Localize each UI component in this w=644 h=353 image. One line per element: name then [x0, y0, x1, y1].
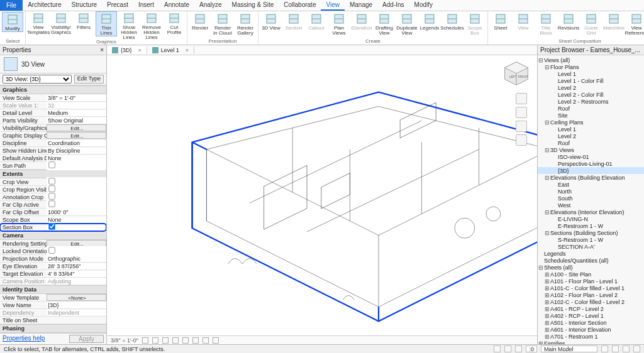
prop-discipline[interactable]: DisciplineCoordination — [0, 139, 106, 147]
prop-farclipoffset[interactable]: Far Clip Offset1000' 0" — [0, 209, 106, 216]
select-pinned-icon[interactable] — [515, 345, 522, 352]
tree-node[interactable]: ⊞A402 - RCP - Level 1 — [538, 312, 644, 319]
menu-item-modify[interactable]: Modify — [409, 0, 438, 11]
menu-item-manage[interactable]: Manage — [345, 0, 377, 11]
tree-node[interactable]: Legends — [538, 250, 644, 257]
pan-icon[interactable] — [516, 107, 527, 118]
tree-node[interactable]: ⊞A102 - Floor Plan - Level 2 — [538, 291, 644, 298]
ribbon-viewtemplates-button[interactable]: View Templates — [28, 11, 49, 35]
tree-node[interactable]: ⊞A101 - Floor Plan - Level 1 — [538, 278, 644, 285]
tree-node[interactable]: {3D} — [538, 167, 644, 174]
orbit-icon[interactable] — [516, 134, 527, 146]
properties-help-link[interactable]: Properties help — [3, 335, 45, 343]
edit-type-button[interactable]: Edit Type — [74, 75, 104, 84]
visual-style-icon[interactable] — [152, 337, 158, 344]
ribbon-rendergallery-button[interactable]: Render Gallery — [235, 12, 256, 36]
ribbon-draftingview-button[interactable]: Drafting View — [374, 12, 395, 36]
tree-node[interactable]: E-Restroom 1 - W — [538, 222, 644, 229]
ribbon-schedules-button[interactable]: Schedules — [441, 12, 463, 31]
view-tab-3d[interactable]: {3D}× — [107, 46, 147, 54]
sync-icon[interactable] — [633, 345, 640, 352]
tree-node[interactable]: ⊟Views (all) — [538, 57, 644, 63]
menu-item-structure[interactable]: Structure — [66, 0, 102, 11]
ribbon-planviews-button[interactable]: Plan Views — [328, 12, 350, 36]
prop-cameraposition[interactable]: Camera PositionAdjusting — [0, 278, 106, 285]
crop-icon[interactable] — [192, 337, 199, 344]
ribbon-render-button[interactable]: Render — [189, 12, 211, 31]
tree-node[interactable]: North — [538, 188, 644, 195]
close-icon[interactable]: × — [100, 46, 104, 53]
3d-model[interactable] — [164, 67, 537, 335]
ribbon-visibilitygraphics-button[interactable]: Visibility/ Graphics — [50, 11, 72, 35]
prop-visibilitygraphicsoverr[interactable]: Visibility/Graphics Overr...Edit... — [0, 124, 106, 132]
reveal-icon[interactable] — [213, 337, 219, 344]
ribbon-removehiddenlines-button[interactable]: Remove Hidden Lines — [141, 11, 162, 40]
sun-path-icon[interactable] — [162, 337, 169, 344]
ribbon-duplicateview-button[interactable]: Duplicate View — [396, 12, 418, 36]
tree-twisty-icon[interactable]: ⊞ — [544, 292, 550, 298]
prop-scalevalue[interactable]: Scale Value 1:32 — [0, 102, 106, 109]
ribbon-sheet-button[interactable]: Sheet — [490, 12, 511, 31]
prop-eyeelevation[interactable]: Eye Elevation28' 3 87/256" — [0, 263, 106, 270]
prop-sectionbox[interactable]: Section Box — [0, 224, 106, 231]
ribbon-dview-button[interactable]: 3D View — [260, 12, 282, 31]
tree-node[interactable]: S-Restroom 1 - W — [538, 236, 644, 243]
tree-twisty-icon[interactable]: ⊞ — [544, 313, 550, 319]
3d-canvas[interactable]: LEFT FRONT — [107, 55, 537, 335]
tree-twisty-icon[interactable]: ⊞ — [544, 299, 550, 305]
menu-item-analyze[interactable]: Analyze — [194, 0, 227, 11]
tree-twisty-icon[interactable]: ⊟ — [544, 119, 550, 126]
tree-node[interactable]: West — [538, 202, 644, 209]
tree-node[interactable]: ⊟Floor Plans — [538, 63, 644, 70]
type-selector[interactable]: 3D View: {3D} — [3, 75, 72, 84]
render-icon[interactable] — [182, 337, 189, 344]
menu-item-insert[interactable]: Insert — [133, 0, 159, 11]
tree-node[interactable]: ⊟Sections (Building Section) — [538, 229, 644, 236]
tree-twisty-icon[interactable]: ⊟ — [544, 64, 550, 70]
shadows-icon[interactable] — [172, 337, 179, 344]
tree-node[interactable]: ⊟Ceiling Plans — [538, 119, 644, 126]
ribbon-viewreference-button[interactable]: View Reference — [626, 12, 644, 36]
tree-twisty-icon[interactable]: ⊟ — [538, 264, 544, 271]
tree-node[interactable]: Level 1 - Color Fill — [538, 77, 644, 84]
tree-node[interactable]: SECTION A-A' — [538, 243, 644, 250]
prop-graphicdisplayoptions[interactable]: Graphic Display OptionsEdit... — [0, 132, 106, 139]
tree-twisty-icon[interactable]: ⊞ — [544, 278, 550, 285]
menu-item-architecture[interactable]: Architecture — [23, 0, 66, 11]
tree-node[interactable]: ⊞A401 - RCP - Level 2 — [538, 305, 644, 312]
prop-farclipactive[interactable]: Far Clip Active — [0, 201, 106, 209]
menu-item-precast[interactable]: Precast — [102, 0, 133, 11]
ribbon-modify-button[interactable]: Modify — [2, 12, 23, 32]
filter-icon[interactable] — [623, 345, 630, 352]
select-underlay-icon[interactable] — [504, 345, 511, 352]
ribbon-cutprofile-button[interactable]: Cut Profile — [164, 11, 185, 35]
menu-item-addins[interactable]: Add-Ins — [377, 0, 409, 11]
nav-wheel-icon[interactable] — [516, 93, 527, 104]
select-links-icon[interactable] — [494, 345, 501, 352]
prop-lockedorientation[interactable]: Locked Orientation — [0, 247, 106, 255]
prop-targetelevation[interactable]: Target Elevation4' 8 33/64" — [0, 270, 106, 278]
file-menu[interactable]: File — [0, 0, 23, 11]
tree-node[interactable]: ⊞A501 - Interior Section — [538, 319, 644, 326]
ribbon-thinlines-button[interactable]: Thin Lines — [96, 11, 117, 36]
tree-node[interactable]: Site — [538, 112, 644, 119]
prop-viewname[interactable]: View Name{3D} — [0, 301, 106, 309]
ribbon-legends-button[interactable]: Legends — [419, 12, 440, 31]
tree-node[interactable]: ⊟Elevations (Interior Elevation) — [538, 209, 644, 215]
prop-viewscale[interactable]: View Scale3/8" = 1'-0" — [0, 94, 106, 102]
tree-twisty-icon[interactable]: ⊞ — [544, 306, 550, 312]
ribbon-showhiddenlines-button[interactable]: Show Hidden Lines — [118, 11, 140, 40]
tree-node[interactable]: ⊟Elevations (Building Elevation — [538, 174, 644, 181]
tree-twisty-icon[interactable]: ⊞ — [544, 334, 550, 340]
prop-titleonsheet[interactable]: Title on Sheet — [0, 317, 106, 324]
close-icon[interactable]: × — [186, 47, 189, 53]
tree-node[interactable]: ⊞A100 - Site Plan — [538, 271, 644, 278]
workset-field[interactable]: Main Model — [541, 345, 597, 352]
tree-node[interactable]: Level 1 — [538, 126, 644, 133]
tree-twisty-icon[interactable]: ⊟ — [538, 57, 544, 63]
ribbon-filters-button[interactable]: Filters — [73, 11, 94, 30]
prop-detaillevel[interactable]: Detail LevelMedium — [0, 109, 106, 117]
menu-item-collaborate[interactable]: Collaborate — [279, 0, 321, 11]
tree-node[interactable]: Level 1 — [538, 70, 644, 77]
view-tab-level1[interactable]: Level 1× — [147, 46, 194, 54]
